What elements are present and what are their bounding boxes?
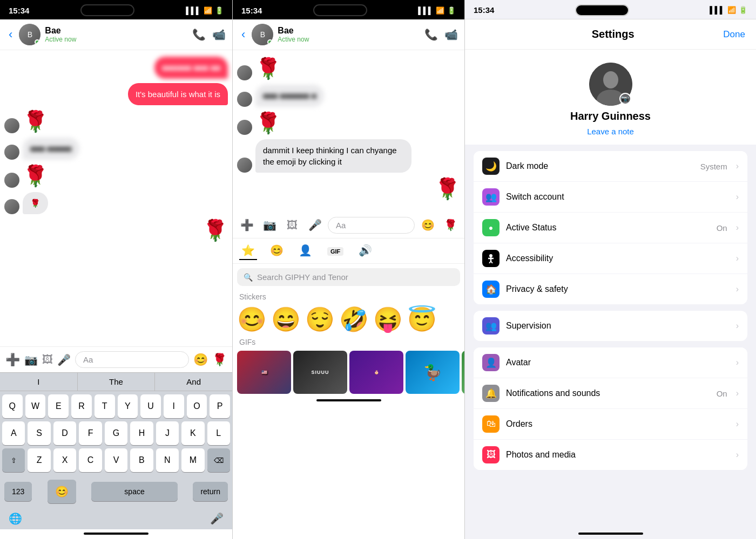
settings-done-button[interactable]: Done [723, 29, 745, 40]
key-f[interactable]: F [79, 421, 102, 445]
leave-note-button[interactable]: Leave a note [587, 127, 634, 136]
gif-item-siuuu[interactable]: SIUUU [293, 351, 347, 394]
image-button-1[interactable]: 🖼 [42, 353, 53, 366]
key-l[interactable]: L [207, 421, 230, 445]
gif-tab-favorites[interactable]: ⭐ [239, 242, 257, 260]
settings-item-avatar[interactable]: 👤 Avatar › [474, 347, 747, 378]
key-i[interactable]: I [164, 394, 184, 418]
sticker-item[interactable]: 🤣 [339, 305, 369, 333]
key-s[interactable]: S [28, 421, 50, 445]
mic-button-1[interactable]: 🎤 [57, 353, 71, 366]
settings-item-notifications[interactable]: 🔔 Notifications and sounds On › [474, 378, 747, 409]
sticker-item[interactable]: 😇 [407, 305, 437, 333]
emoji-icon-btn[interactable]: 😊 [418, 215, 437, 235]
key-k[interactable]: K [181, 421, 204, 445]
gif-message-input[interactable]: Aa [328, 217, 415, 234]
time-2: 15:34 [241, 6, 262, 15]
call-icon-1[interactable]: 📞 [192, 28, 206, 41]
gif-tab-audio[interactable]: 🔊 [356, 242, 374, 260]
rose-emoji: 🌹 [23, 164, 48, 188]
key-n[interactable]: N [156, 448, 179, 472]
call-icon-2[interactable]: 📞 [424, 28, 438, 41]
key-c[interactable]: C [79, 448, 102, 472]
settings-item-active-status[interactable]: ● Active Status On › [474, 213, 747, 243]
camera-icon-btn[interactable]: 📷 [260, 215, 279, 235]
gif-tab-emoji[interactable]: 😊 [268, 242, 286, 260]
key-o[interactable]: O [187, 394, 207, 418]
emoji-button-1[interactable]: 😊 [193, 353, 208, 367]
key-p[interactable]: P [210, 394, 230, 418]
sticker-item[interactable]: 😌 [305, 305, 335, 333]
settings-item-orders[interactable]: 🛍 Orders › [474, 409, 747, 440]
time-1: 15:34 [9, 6, 29, 15]
settings-item-photos[interactable]: 🖼 Photos and media › [474, 440, 747, 470]
message-input-1[interactable]: Aa [75, 351, 189, 368]
key-x[interactable]: X [53, 448, 76, 472]
key-r[interactable]: R [71, 394, 92, 418]
key-123[interactable]: 123 [4, 482, 32, 501]
suggestion-and[interactable]: And [155, 373, 232, 391]
chevron-icon: › [736, 284, 739, 294]
key-w[interactable]: W [25, 394, 46, 418]
settings-item-accessibility[interactable]: Accessibility › [474, 243, 747, 274]
message-row: 🌹 [237, 111, 460, 135]
add-icon-btn[interactable]: ➕ [237, 215, 256, 235]
key-d[interactable]: D [53, 421, 76, 445]
gif-tab-gif[interactable]: GIF [325, 242, 346, 260]
key-shift[interactable]: ⇧ [2, 448, 25, 472]
key-t[interactable]: T [94, 394, 115, 418]
chevron-icon: › [736, 388, 739, 398]
settings-item-supervision[interactable]: 👥 Supervision › [474, 311, 747, 341]
key-y[interactable]: Y [118, 394, 138, 418]
back-button-2[interactable]: ‹ [239, 25, 247, 44]
gif-tab-people[interactable]: 👤 [296, 242, 314, 260]
gif-item-duck[interactable]: 🦆 [406, 351, 460, 394]
video-icon-2[interactable]: 📹 [444, 28, 458, 41]
key-delete[interactable]: ⌫ [207, 448, 230, 472]
accessibility-label: Accessibility [506, 254, 730, 263]
rose-icon-btn[interactable]: 🌹 [441, 215, 460, 235]
search-placeholder[interactable]: Search GIPHY and Tenor [257, 272, 348, 282]
sticker-item[interactable]: 😊 [237, 305, 267, 333]
camera-button-1[interactable]: 📷 [24, 353, 38, 366]
header-actions-2: 📞 📹 [424, 28, 458, 41]
key-a[interactable]: A [2, 421, 25, 445]
key-g[interactable]: G [105, 421, 127, 445]
settings-item-switch-account[interactable]: 👥 Switch account › [474, 182, 747, 213]
key-m[interactable]: M [181, 448, 204, 472]
key-b[interactable]: B [130, 448, 153, 472]
video-icon-1[interactable]: 📹 [212, 28, 226, 41]
key-v[interactable]: V [105, 448, 127, 472]
key-e[interactable]: E [48, 394, 69, 418]
sticker-item[interactable]: 😄 [271, 305, 301, 333]
key-z[interactable]: Z [28, 448, 50, 472]
sticker-item[interactable]: 😝 [373, 305, 403, 333]
image-icon-btn[interactable]: 🖼 [282, 215, 302, 235]
key-u[interactable]: U [140, 394, 161, 418]
key-j[interactable]: J [156, 421, 179, 445]
settings-section-1: 🌙 Dark mode System › 👥 Switch account › … [474, 151, 747, 304]
gif-item-birthday[interactable]: 🎂 [349, 351, 403, 394]
settings-item-privacy[interactable]: 🏠 Privacy & safety › [474, 274, 747, 304]
key-h[interactable]: H [130, 421, 153, 445]
key-mic[interactable]: 🎤 [210, 512, 224, 525]
back-button-1[interactable]: ‹ [6, 25, 15, 44]
signal-icon-3: ▌▌▌ [710, 6, 725, 14]
key-return[interactable]: return [193, 482, 228, 501]
settings-panel: 15:34 ▌▌▌ 📶 🔋 Settings Done 📷 Harry [464, 0, 756, 539]
add-button-1[interactable]: ➕ [5, 353, 20, 367]
suggestion-i[interactable]: I [0, 373, 78, 391]
message-bubble: ■■■ ■■■■■ [23, 138, 79, 160]
settings-item-dark-mode[interactable]: 🌙 Dark mode System › [474, 151, 747, 182]
key-emoji-toggle[interactable]: 😊 [48, 480, 76, 503]
settings-header: Settings Done [465, 19, 756, 50]
status-icons-1: ▌▌▌ 📶 🔋 [186, 6, 224, 15]
suggestion-the[interactable]: The [78, 373, 156, 391]
gif-item-usa[interactable]: 🇺🇸 [237, 351, 291, 394]
mic-icon-btn[interactable]: 🎤 [305, 215, 325, 235]
camera-badge[interactable]: 📷 [619, 93, 631, 105]
key-space[interactable]: space [91, 482, 178, 501]
rose-button-1[interactable]: 🌹 [212, 353, 227, 367]
key-globe[interactable]: 🌐 [9, 512, 22, 525]
key-q[interactable]: Q [2, 394, 23, 418]
